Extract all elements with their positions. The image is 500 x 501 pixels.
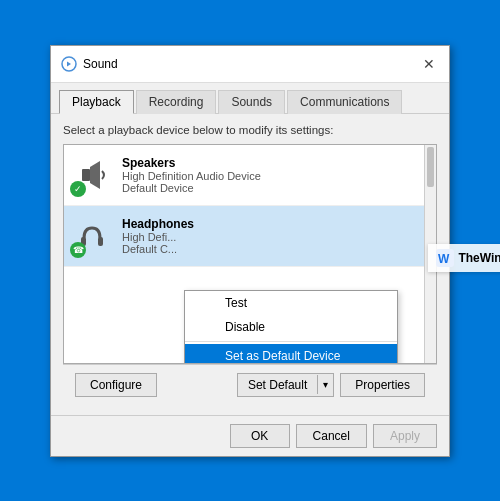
- speaker-sub1: High Definition Audio Device: [122, 170, 430, 182]
- close-button[interactable]: ✕: [419, 54, 439, 74]
- speaker-icon-container: ✓: [70, 153, 114, 197]
- headphone-default-indicator: ☎: [70, 242, 86, 258]
- speaker-name: Speakers: [122, 156, 430, 170]
- headphone-name: Headphones: [122, 217, 430, 231]
- ok-button[interactable]: OK: [230, 424, 290, 448]
- menu-disable-label: Disable: [225, 320, 265, 334]
- svg-rect-1: [82, 169, 90, 181]
- tab-communications[interactable]: Communications: [287, 90, 402, 114]
- headphone-sub1: High Defi...: [122, 231, 430, 243]
- sound-dialog: Sound ✕ Playback Recording Sounds Commun…: [50, 45, 450, 457]
- dialog-action-buttons: OK Cancel Apply: [51, 415, 449, 456]
- instruction-text: Select a playback device below to modify…: [63, 124, 437, 136]
- title-bar-left: Sound: [61, 56, 118, 72]
- tab-playback[interactable]: Playback: [59, 90, 134, 114]
- watermark-text: TheWindowsClub: [458, 251, 500, 265]
- speaker-default-check: ✓: [70, 181, 86, 197]
- scroll-thumb: [427, 147, 434, 187]
- svg-text:W: W: [438, 252, 450, 266]
- menu-set-default-label: Set as Default Device: [225, 349, 340, 363]
- title-bar: Sound ✕: [51, 46, 449, 83]
- headphone-icon-container: ☎: [70, 214, 114, 258]
- device-item-speakers[interactable]: ✓ Speakers High Definition Audio Device …: [64, 145, 436, 206]
- device-controls: Configure Set Default ▾ Properties: [63, 364, 437, 405]
- context-menu: Test Disable Set as Default Device ✓ Sho…: [184, 290, 398, 364]
- set-default-main-button[interactable]: Set Default: [238, 374, 317, 396]
- speaker-sub2: Default Device: [122, 182, 430, 194]
- svg-marker-2: [90, 161, 100, 189]
- set-default-dropdown-arrow[interactable]: ▾: [317, 375, 333, 394]
- headphone-info: Headphones High Defi... Default C...: [122, 217, 430, 255]
- headphone-sub2: Default C...: [122, 243, 430, 255]
- watermark-logo-icon: W: [436, 249, 454, 267]
- tab-sounds[interactable]: Sounds: [218, 90, 285, 114]
- cancel-button[interactable]: Cancel: [296, 424, 367, 448]
- apply-button[interactable]: Apply: [373, 424, 437, 448]
- properties-button[interactable]: Properties: [340, 373, 425, 397]
- menu-item-disable[interactable]: Disable: [185, 315, 397, 339]
- dialog-title: Sound: [83, 57, 118, 71]
- right-controls: Set Default ▾ Properties: [237, 373, 425, 397]
- device-list[interactable]: ✓ Speakers High Definition Audio Device …: [63, 144, 437, 364]
- watermark: W TheWindowsClub: [428, 244, 500, 272]
- device-item-headphones[interactable]: ☎ Headphones High Defi... Default C...: [64, 206, 436, 267]
- menu-test-label: Test: [225, 296, 247, 310]
- set-default-button-group[interactable]: Set Default ▾: [237, 373, 334, 397]
- svg-rect-4: [98, 237, 103, 246]
- tab-bar: Playback Recording Sounds Communications: [51, 83, 449, 114]
- sound-icon: [61, 56, 77, 72]
- main-content: Select a playback device below to modify…: [51, 114, 449, 415]
- menu-item-test[interactable]: Test: [185, 291, 397, 315]
- menu-separator-1: [185, 341, 397, 342]
- menu-item-set-default[interactable]: Set as Default Device: [185, 344, 397, 364]
- tab-recording[interactable]: Recording: [136, 90, 217, 114]
- speaker-info: Speakers High Definition Audio Device De…: [122, 156, 430, 194]
- configure-button[interactable]: Configure: [75, 373, 157, 397]
